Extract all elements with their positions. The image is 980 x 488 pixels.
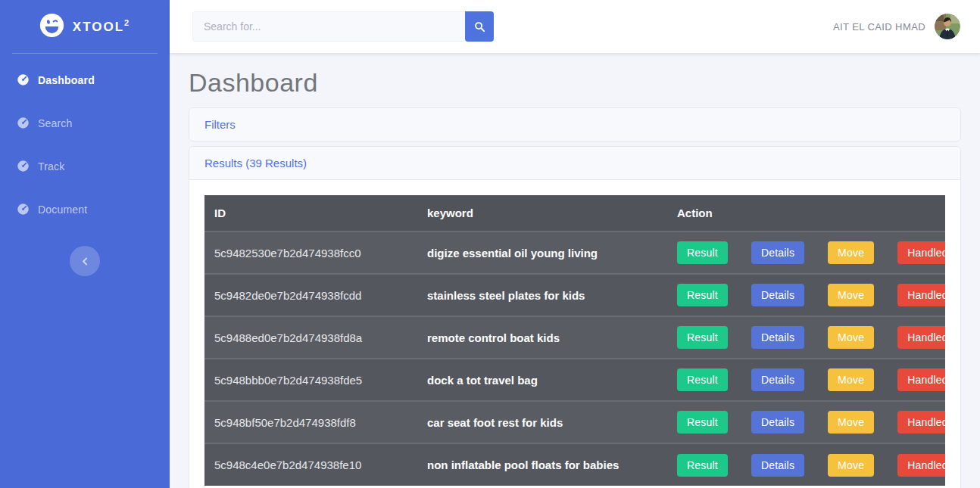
sidebar-item-track[interactable]: Track	[0, 145, 170, 188]
row-keyword: digize essential oil young living	[417, 232, 667, 274]
row-actions: ResultDetailsMoveHandled	[677, 368, 935, 391]
search-icon	[474, 21, 485, 33]
sidebar: XTOOL2 Dashboard Search Track Document	[0, 0, 170, 488]
column-header-id: ID	[204, 195, 417, 232]
results-card: Results (39 Results) ID keyword Action 5…	[189, 146, 961, 488]
table-row: 5c9488ed0e7b2d474938fd8a remote control …	[204, 316, 945, 359]
details-button[interactable]: Details	[751, 368, 804, 391]
row-actions: ResultDetailsMoveHandled	[677, 454, 935, 477]
details-button[interactable]: Details	[751, 284, 804, 306]
sidebar-item-document[interactable]: Document	[0, 188, 170, 231]
result-button[interactable]: Result	[677, 368, 728, 391]
sidebar-item-label: Document	[38, 204, 87, 216]
user-menu[interactable]: AIT EL CAID HMAD	[833, 14, 960, 39]
column-header-action: Action	[667, 195, 945, 232]
table-row: 5c948bbb0e7b2d474938fde5 dock a tot trav…	[204, 359, 945, 401]
details-button[interactable]: Details	[751, 454, 804, 477]
chevron-left-icon	[80, 256, 90, 266]
result-button[interactable]: Result	[677, 411, 728, 434]
sidebar-item-search[interactable]: Search	[0, 101, 170, 145]
sidebar-item-label: Track	[38, 160, 64, 173]
sidebar-item-dashboard[interactable]: Dashboard	[0, 58, 170, 101]
main-area: AIT EL CAID HMAD	[170, 0, 980, 488]
table-header-row: ID keyword Action	[204, 195, 945, 232]
tachometer-icon	[17, 203, 30, 216]
filters-card-header[interactable]: Filters	[189, 108, 960, 141]
result-button[interactable]: Result	[677, 454, 728, 477]
brand-name: XTOOL2	[73, 18, 130, 35]
move-button[interactable]: Move	[828, 241, 874, 264]
table-row: 5c948c4e0e7b2d474938fe10 non inflatable …	[204, 443, 945, 486]
brand[interactable]: XTOOL2	[0, 0, 170, 53]
row-keyword: dock a tot travel bag	[417, 359, 667, 401]
move-button[interactable]: Move	[828, 368, 874, 391]
topbar: AIT EL CAID HMAD	[170, 0, 980, 53]
results-table-body: 5c9482530e7b2d474938fcc0 digize essentia…	[204, 232, 945, 486]
table-row: 5c948bf50e7b2d474938fdf8 car seat foot r…	[204, 401, 945, 443]
row-keyword: remote control boat kids	[417, 316, 667, 359]
handled-button[interactable]: Handled	[897, 411, 945, 434]
details-button[interactable]: Details	[751, 326, 804, 349]
results-card-header[interactable]: Results (39 Results)	[189, 147, 960, 180]
row-actions: ResultDetailsMoveHandled	[677, 326, 935, 349]
handled-button[interactable]: Handled	[897, 241, 945, 264]
filters-card: Filters	[189, 107, 961, 141]
row-actions: ResultDetailsMoveHandled	[677, 411, 935, 434]
page-title: Dashboard	[189, 68, 961, 97]
handled-button[interactable]: Handled	[897, 326, 945, 349]
row-id: 5c9482de0e7b2d474938fcdd	[204, 274, 417, 316]
move-button[interactable]: Move	[828, 454, 874, 477]
search-button[interactable]	[465, 11, 494, 42]
row-keyword: stainless steel plates for kids	[417, 274, 667, 316]
page-content: Dashboard Filters Results (39 Results) I…	[170, 53, 980, 488]
row-id: 5c9482530e7b2d474938fcc0	[204, 232, 417, 274]
result-button[interactable]: Result	[677, 241, 728, 264]
tachometer-icon	[17, 73, 30, 86]
result-button[interactable]: Result	[677, 284, 728, 306]
move-button[interactable]: Move	[828, 326, 874, 349]
result-button[interactable]: Result	[677, 326, 728, 349]
search-input[interactable]	[192, 11, 465, 42]
row-id: 5c9488ed0e7b2d474938fd8a	[204, 316, 417, 359]
move-button[interactable]: Move	[828, 284, 874, 306]
topbar-search	[192, 11, 494, 42]
avatar	[935, 14, 960, 39]
results-table: ID keyword Action 5c9482530e7b2d474938fc…	[204, 195, 945, 486]
row-actions: ResultDetailsMoveHandled	[677, 241, 935, 264]
table-row: 5c9482530e7b2d474938fcc0 digize essentia…	[204, 232, 945, 274]
handled-button[interactable]: Handled	[897, 368, 945, 391]
row-id: 5c948bf50e7b2d474938fdf8	[204, 401, 417, 443]
laugh-wink-logo-icon	[39, 13, 64, 41]
row-keyword: non inflatable pool floats for babies	[417, 443, 667, 486]
table-row: 5c9482de0e7b2d474938fcdd stainless steel…	[204, 274, 945, 316]
brand-superscript: 2	[124, 18, 130, 27]
sidebar-collapse-button[interactable]	[70, 246, 100, 276]
handled-button[interactable]: Handled	[897, 454, 945, 477]
handled-button[interactable]: Handled	[897, 284, 945, 306]
row-actions: ResultDetailsMoveHandled	[677, 284, 935, 306]
row-id: 5c948bbb0e7b2d474938fde5	[204, 359, 417, 401]
sidebar-item-label: Dashboard	[38, 74, 95, 86]
column-header-keyword: keyword	[417, 195, 667, 232]
details-button[interactable]: Details	[751, 411, 804, 434]
details-button[interactable]: Details	[751, 241, 804, 264]
tachometer-icon	[17, 160, 30, 173]
row-id: 5c948c4e0e7b2d474938fe10	[204, 443, 417, 486]
results-card-body: ID keyword Action 5c9482530e7b2d474938fc…	[189, 180, 960, 488]
tachometer-icon	[17, 117, 30, 129]
move-button[interactable]: Move	[828, 411, 874, 434]
user-name: AIT EL CAID HMAD	[833, 21, 925, 33]
sidebar-divider	[12, 53, 158, 54]
sidebar-item-label: Search	[38, 117, 73, 129]
row-keyword: car seat foot rest for kids	[417, 401, 667, 443]
